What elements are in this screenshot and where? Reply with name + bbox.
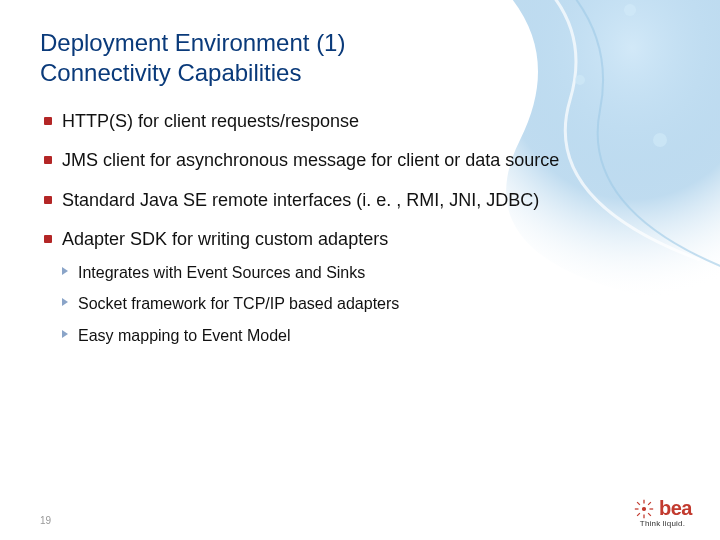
title-line-2: Connectivity Capabilities [40, 59, 301, 86]
slide-container: Deployment Environment (1) Connectivity … [0, 0, 720, 540]
bullet-text: Standard Java SE remote interfaces (i. e… [62, 190, 539, 210]
logo-row: bea [633, 497, 692, 520]
list-item: Adapter SDK for writing custom adapters … [44, 228, 604, 346]
logo-text: bea [659, 497, 692, 520]
logo-tagline: Think liquid. [640, 519, 685, 528]
svg-line-11 [637, 513, 640, 516]
list-item: JMS client for asynchronous message for … [44, 149, 604, 172]
svg-line-12 [648, 502, 651, 505]
bullet-text: Adapter SDK for writing custom adapters [62, 229, 388, 249]
sub-bullet-text: Socket framework for TCP/IP based adapte… [78, 295, 399, 312]
list-item: Easy mapping to Event Model [62, 325, 604, 347]
list-item: Standard Java SE remote interfaces (i. e… [44, 189, 604, 212]
bullet-list: HTTP(S) for client requests/response JMS… [40, 110, 680, 346]
sub-bullet-list: Integrates with Event Sources and Sinks … [62, 262, 604, 347]
bullet-text: HTTP(S) for client requests/response [62, 111, 359, 131]
list-item: Integrates with Event Sources and Sinks [62, 262, 604, 284]
list-item: Socket framework for TCP/IP based adapte… [62, 293, 604, 315]
slide-title: Deployment Environment (1) Connectivity … [40, 28, 680, 88]
title-line-1: Deployment Environment (1) [40, 29, 345, 56]
bullet-text: JMS client for asynchronous message for … [62, 150, 559, 170]
svg-line-10 [648, 513, 651, 516]
sub-bullet-text: Easy mapping to Event Model [78, 327, 291, 344]
list-item: HTTP(S) for client requests/response [44, 110, 604, 133]
page-number: 19 [40, 515, 51, 526]
sub-bullet-text: Integrates with Event Sources and Sinks [78, 264, 365, 281]
burst-icon [633, 498, 655, 520]
svg-point-4 [643, 507, 646, 510]
bea-logo: bea Think liquid. [633, 497, 692, 528]
svg-line-9 [637, 502, 640, 505]
